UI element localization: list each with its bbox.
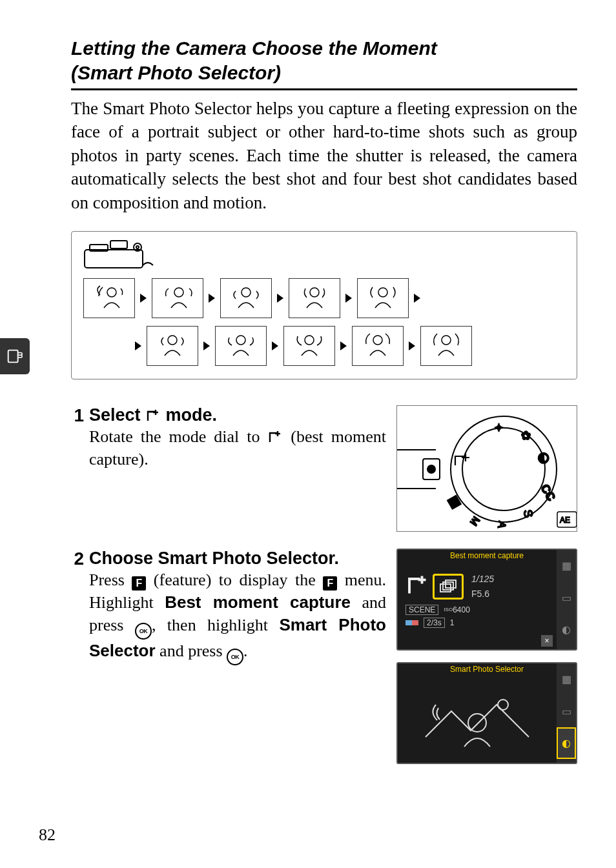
step-number: 1 bbox=[71, 405, 84, 532]
sidebar-icon: ▦ bbox=[557, 550, 576, 581]
svg-point-15 bbox=[442, 336, 451, 345]
step-text: Rotate the mode dial to (best moment cap… bbox=[89, 425, 386, 470]
smart-photo-selector-illustration bbox=[419, 685, 535, 750]
candidate-frame bbox=[83, 278, 135, 318]
ok-button-icon: OK bbox=[227, 649, 243, 665]
ev-scale-icon bbox=[406, 620, 418, 625]
chevron-right-icon bbox=[345, 294, 352, 303]
camera-screen-smart-photo-selector: Smart Photo Selector ↩ ▦ ▭ ◐ bbox=[396, 662, 577, 764]
sidebar-icon: ▭ bbox=[557, 581, 576, 613]
candidate-frame bbox=[352, 326, 404, 366]
iso-label: ISO6400 bbox=[444, 605, 469, 614]
candidate-frame bbox=[283, 326, 335, 366]
svg-point-11 bbox=[168, 336, 177, 345]
chevron-right-icon bbox=[209, 294, 215, 303]
svg-point-39 bbox=[498, 700, 508, 710]
section-title-line1: Letting the Camera Choose the Moment bbox=[71, 37, 437, 59]
frame-count: 1 bbox=[450, 618, 455, 627]
step-title: Select mode. bbox=[89, 405, 386, 425]
sidebar-icon: ▦ bbox=[557, 663, 576, 695]
aperture-value: F5.6 bbox=[471, 587, 494, 601]
svg-text:S: S bbox=[521, 509, 535, 518]
candidate-frame bbox=[289, 278, 340, 318]
feature-button-icon: F bbox=[323, 576, 337, 590]
step-2: 2 Choose Smart Photo Selector. Press F (… bbox=[71, 549, 577, 764]
svg-point-40 bbox=[468, 714, 486, 732]
camera-illustration bbox=[83, 238, 565, 270]
chevron-right-icon bbox=[203, 341, 210, 350]
chevron-right-icon bbox=[140, 294, 147, 303]
svg-point-10 bbox=[378, 288, 387, 297]
sidebar-icon: ▭ bbox=[557, 695, 576, 727]
svg-rect-3 bbox=[110, 241, 127, 248]
section-tab-icon bbox=[0, 338, 30, 374]
svg-text:AE: AE bbox=[560, 516, 570, 525]
shutter-speed: 1/125 bbox=[471, 572, 494, 586]
svg-point-23 bbox=[427, 465, 435, 473]
step-text: Press F (feature) to display the F menu.… bbox=[89, 569, 386, 665]
svg-point-12 bbox=[236, 336, 245, 345]
close-icon: × bbox=[541, 635, 553, 647]
svg-rect-1 bbox=[85, 250, 143, 268]
camera-screen-best-moment-capture: Best moment capture ▦ ▭ ◐ bbox=[396, 549, 577, 651]
candidate-frame bbox=[152, 278, 203, 318]
svg-text:◐: ◐ bbox=[538, 450, 549, 464]
menu-item-best-moment-capture: Best moment capture bbox=[165, 592, 351, 612]
svg-text:✦: ✦ bbox=[494, 421, 504, 434]
chevron-right-icon bbox=[340, 341, 347, 350]
svg-text:A: A bbox=[496, 521, 508, 530]
best-moment-capture-icon bbox=[406, 573, 429, 600]
svg-point-5 bbox=[136, 246, 139, 248]
svg-point-21 bbox=[462, 428, 545, 510]
screen-sidebar: ▦ ▭ ◐ bbox=[557, 663, 576, 763]
chevron-right-icon bbox=[409, 341, 415, 350]
candidate-frame bbox=[147, 326, 198, 366]
chevron-right-icon bbox=[135, 341, 141, 350]
screen-title: Smart Photo Selector bbox=[398, 663, 576, 674]
chevron-right-icon bbox=[414, 294, 420, 303]
candidate-strip-top bbox=[83, 278, 565, 318]
sidebar-icon: ◐ bbox=[557, 614, 576, 645]
candidate-frame bbox=[420, 326, 472, 366]
svg-rect-0 bbox=[8, 350, 18, 363]
best-moment-capture-icon bbox=[145, 408, 161, 423]
section-title-line2: (Smart Photo Selector) bbox=[71, 62, 281, 83]
svg-point-9 bbox=[310, 288, 319, 297]
candidate-frame bbox=[220, 278, 272, 318]
chevron-right-icon bbox=[272, 341, 278, 350]
ev-value: 2/3s bbox=[424, 618, 445, 628]
best-moment-capture-icon bbox=[267, 429, 283, 445]
step-1: 1 Select mode. Rotate the mode dial to (… bbox=[71, 405, 577, 532]
ok-button-icon: OK bbox=[135, 623, 152, 640]
intro-paragraph: The Smart Photo Selector helps you captu… bbox=[71, 97, 577, 214]
step-number: 2 bbox=[71, 549, 84, 764]
svg-rect-37 bbox=[443, 582, 453, 590]
svg-point-6 bbox=[107, 288, 116, 297]
svg-point-7 bbox=[174, 288, 183, 297]
screen-sidebar: ▦ ▭ ◐ bbox=[557, 550, 576, 649]
svg-point-8 bbox=[241, 288, 251, 297]
mode-option-highlighted bbox=[433, 574, 464, 600]
exposure-readouts: 1/125 F5.6 bbox=[471, 572, 494, 601]
mode-dial-illustration: ✦ ✿ ◐ CC S A M ▦ AE bbox=[396, 405, 577, 532]
svg-point-20 bbox=[451, 416, 557, 522]
svg-point-13 bbox=[305, 336, 314, 345]
page-number: 82 bbox=[39, 825, 56, 845]
svg-text:▦: ▦ bbox=[446, 494, 464, 513]
candidate-strip-bottom bbox=[135, 326, 565, 366]
section-title: Letting the Camera Choose the Moment (Sm… bbox=[71, 36, 577, 85]
screen-title: Best moment capture bbox=[398, 550, 576, 560]
candidate-frame bbox=[215, 326, 267, 366]
feature-button-icon: F bbox=[132, 576, 146, 590]
svg-text:✿: ✿ bbox=[521, 429, 531, 442]
chevron-right-icon bbox=[277, 294, 283, 303]
step-title: Choose Smart Photo Selector. bbox=[89, 549, 386, 569]
sidebar-icon-highlighted: ◐ bbox=[557, 727, 576, 759]
smart-photo-selector-diagram bbox=[71, 231, 577, 379]
svg-point-14 bbox=[373, 336, 382, 345]
scene-indicator: SCENE bbox=[406, 605, 438, 615]
candidate-frame bbox=[357, 278, 409, 318]
title-rule bbox=[71, 88, 577, 90]
